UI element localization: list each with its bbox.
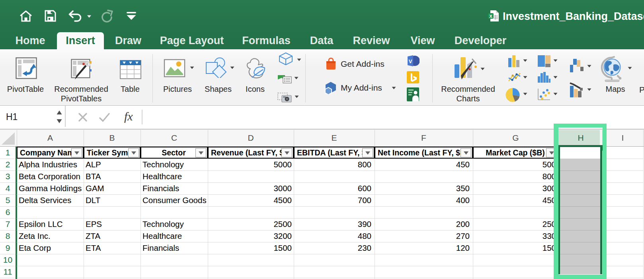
svg-text:X: X xyxy=(489,14,492,19)
svg-text:V: V xyxy=(409,58,412,64)
